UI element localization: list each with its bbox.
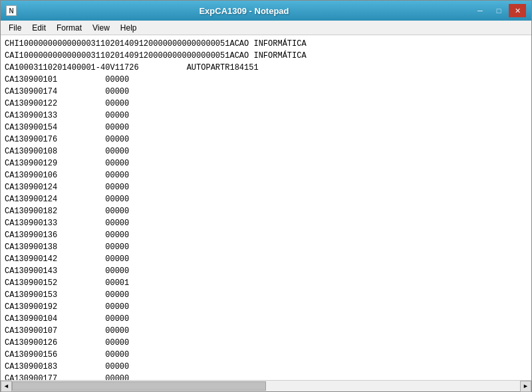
app-icon: N (6, 5, 17, 16)
menu-format[interactable]: Format (51, 21, 87, 35)
menu-edit[interactable]: Edit (27, 21, 51, 35)
menu-view[interactable]: View (87, 21, 115, 35)
content-area: CHI1000000000000003110201409120000000000… (1, 35, 531, 380)
minimize-button[interactable]: ─ (471, 4, 489, 17)
scroll-right-button[interactable]: ► (520, 381, 531, 392)
text-editor[interactable]: CHI1000000000000003110201409120000000000… (1, 35, 531, 380)
scroll-left-button[interactable]: ◄ (1, 381, 12, 392)
title-bar: N ExpCA1309 - Notepad ─ □ ✕ (1, 1, 531, 21)
notepad-window: N ExpCA1309 - Notepad ─ □ ✕ File Edit Fo… (0, 0, 532, 392)
scroll-thumb[interactable] (12, 381, 266, 391)
maximize-button[interactable]: □ (490, 4, 507, 17)
close-button[interactable]: ✕ (509, 4, 526, 17)
menu-bar: File Edit Format View Help (1, 21, 531, 35)
horizontal-scrollbar: ◄ ► (1, 380, 531, 391)
scroll-track[interactable] (12, 381, 520, 391)
window-controls: ─ □ ✕ (471, 4, 526, 17)
menu-help[interactable]: Help (115, 21, 142, 35)
menu-file[interactable]: File (3, 21, 27, 35)
window-title: ExpCA1309 - Notepad (17, 6, 471, 16)
